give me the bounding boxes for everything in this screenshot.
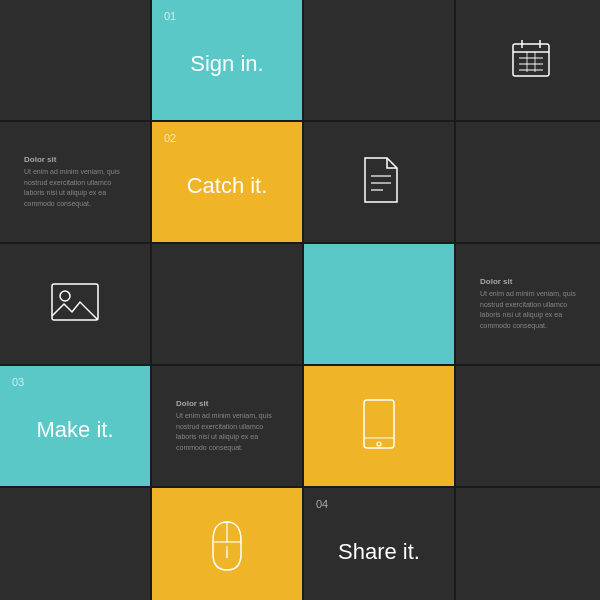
cell-r3c3 <box>304 244 454 364</box>
cell-doc-icon <box>304 122 454 242</box>
cell-photo-icon <box>0 244 150 364</box>
cell-lorem1: Dolor sit Ut enim ad minim veniam, quis … <box>0 122 150 242</box>
main-grid: 01 Sign in. Dolor sit Ut enim ad minim v… <box>0 0 600 600</box>
cell-r5c4 <box>456 488 600 600</box>
cell-r3c2 <box>152 244 302 364</box>
svg-rect-12 <box>52 284 98 320</box>
cell-r5c1 <box>0 488 150 600</box>
cell-calendar-icon <box>456 0 600 120</box>
photo-icon <box>50 280 100 328</box>
calendar-icon <box>509 36 553 84</box>
lorem1-title: Dolor sit <box>24 155 56 164</box>
cell-make: 03 Make it. <box>0 366 150 486</box>
lorem1-body: Ut enim ad minim veniam, quis nostrud ex… <box>24 167 126 209</box>
cell-mouse-icon <box>152 488 302 600</box>
svg-point-13 <box>60 291 70 301</box>
step2-title: Catch it. <box>187 173 268 199</box>
cell-tablet-icon <box>304 366 454 486</box>
step4-number: 04 <box>316 498 328 510</box>
lorem3-body: Ut enim ad minim veniam, quis nostrud ex… <box>176 411 278 453</box>
cell-r1c1 <box>0 0 150 120</box>
step3-number: 03 <box>12 376 24 388</box>
svg-point-15 <box>377 442 381 446</box>
step3-title: Make it. <box>36 417 113 443</box>
cell-r4c4 <box>456 366 600 486</box>
cell-r1c3 <box>304 0 454 120</box>
tablet-icon <box>361 398 397 454</box>
step4-title: Share it. <box>338 539 420 565</box>
cell-r2c4 <box>456 122 600 242</box>
lorem3-title: Dolor sit <box>176 399 208 408</box>
lorem2-body: Ut enim ad minim veniam, quis nostrud ex… <box>480 289 582 331</box>
cell-lorem3: Dolor sit Ut enim ad minim veniam, quis … <box>152 366 302 486</box>
cell-lorem2: Dolor sit Ut enim ad minim veniam, quis … <box>456 244 600 364</box>
cell-share: 04 Share it. <box>304 488 454 600</box>
step1-title: Sign in. <box>190 51 263 77</box>
lorem2-title: Dolor sit <box>480 277 512 286</box>
svg-rect-14 <box>364 400 394 448</box>
cell-catch: 02 Catch it. <box>152 122 302 242</box>
svg-rect-0 <box>513 44 549 76</box>
step1-number: 01 <box>164 10 176 22</box>
cell-signin: 01 Sign in. <box>152 0 302 120</box>
step2-number: 02 <box>164 132 176 144</box>
mouse-icon <box>209 520 245 576</box>
document-icon <box>359 156 399 208</box>
